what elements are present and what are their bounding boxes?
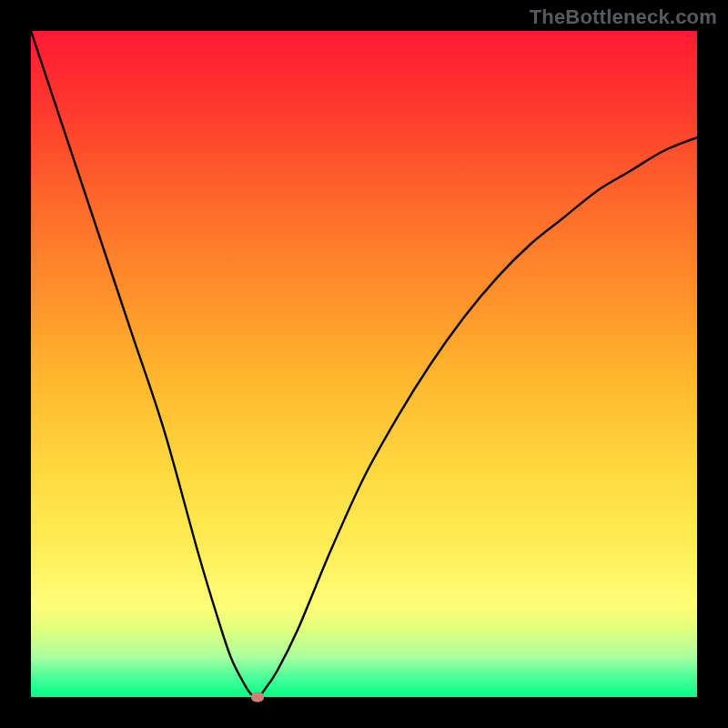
curve-layer bbox=[31, 31, 697, 697]
watermark-label: TheBottleneck.com bbox=[530, 5, 717, 29]
chart-frame: TheBottleneck.com bbox=[0, 0, 728, 728]
bottleneck-curve bbox=[31, 31, 697, 697]
optimum-marker bbox=[251, 693, 264, 703]
plot-area bbox=[31, 31, 697, 697]
